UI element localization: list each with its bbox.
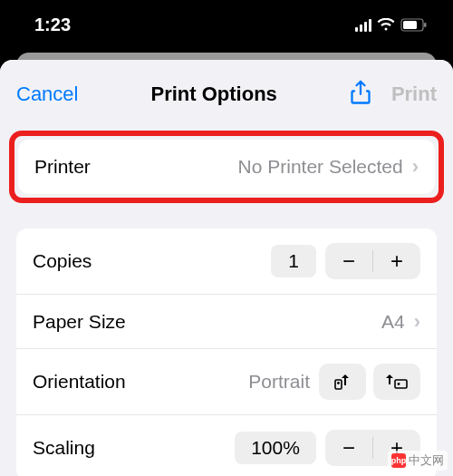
copies-value[interactable]: 1 xyxy=(271,245,316,277)
scaling-value[interactable]: 100% xyxy=(235,432,316,464)
watermark: php 中文网 xyxy=(388,451,448,471)
orientation-row: Orientation Portrait xyxy=(16,348,437,414)
orientation-label: Orientation xyxy=(33,371,126,393)
signal-icon xyxy=(355,19,371,32)
orientation-portrait-button[interactable] xyxy=(319,364,366,400)
printer-highlight-box: Printer No Printer Selected › xyxy=(9,131,444,203)
printer-value: No Printer Selected xyxy=(238,156,403,178)
copies-label: Copies xyxy=(33,250,92,272)
scaling-label: Scaling xyxy=(33,437,95,459)
paper-size-label: Paper Size xyxy=(33,311,126,333)
orientation-value: Portrait xyxy=(248,371,310,393)
watermark-text: 中文网 xyxy=(409,452,444,469)
scaling-row: Scaling 100% − + xyxy=(16,414,437,476)
status-time: 1:23 xyxy=(34,15,71,35)
wifi-icon xyxy=(377,18,395,32)
print-button[interactable]: Print xyxy=(391,83,437,106)
svg-rect-3 xyxy=(335,380,342,389)
svg-rect-1 xyxy=(403,21,417,29)
chevron-right-icon: › xyxy=(414,310,420,334)
chevron-right-icon: › xyxy=(412,155,419,179)
printer-row[interactable]: Printer No Printer Selected › xyxy=(18,140,435,194)
page-title: Print Options xyxy=(151,83,277,106)
nav-bar: Cancel Print Options Print xyxy=(0,60,453,125)
orientation-landscape-button[interactable] xyxy=(373,364,420,400)
copies-stepper: − + xyxy=(325,243,420,279)
cancel-button[interactable]: Cancel xyxy=(16,83,78,106)
paper-size-row[interactable]: Paper Size A4 › xyxy=(16,294,437,348)
scaling-minus-button[interactable]: − xyxy=(325,430,372,466)
paper-size-value: A4 xyxy=(381,311,405,333)
share-icon[interactable] xyxy=(350,80,371,109)
status-bar: 1:23 xyxy=(0,7,453,35)
svg-rect-5 xyxy=(395,380,407,388)
copies-minus-button[interactable]: − xyxy=(325,243,372,279)
copies-plus-button[interactable]: + xyxy=(373,243,420,279)
printer-label: Printer xyxy=(34,156,91,178)
copies-row: Copies 1 − + xyxy=(16,228,437,294)
svg-rect-2 xyxy=(424,23,427,27)
svg-point-4 xyxy=(337,382,340,384)
svg-point-6 xyxy=(398,383,400,385)
battery-icon xyxy=(400,18,428,32)
